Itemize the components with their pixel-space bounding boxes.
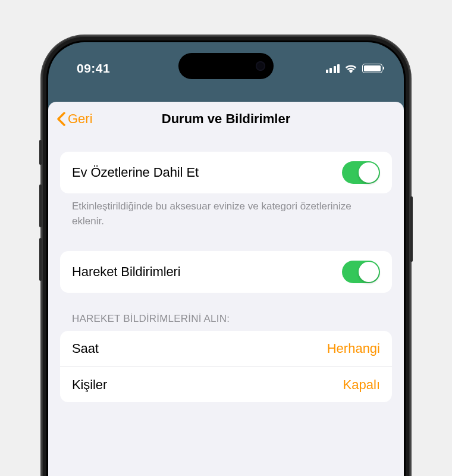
battery-icon <box>362 64 382 73</box>
cellular-signal-icon <box>326 64 340 73</box>
motion-label: Hareket Bildirimleri <box>72 264 181 280</box>
people-label: Kişiler <box>72 377 107 393</box>
navigation-bar: Geri Durum ve Bildirimler <box>48 102 404 136</box>
time-row[interactable]: Saat Herhangi <box>60 331 392 367</box>
time-label: Saat <box>72 341 99 356</box>
device-screen: 09:41 <box>48 42 404 476</box>
side-button <box>39 184 42 227</box>
include-card: Ev Özetlerine Dahil Et <box>60 152 392 193</box>
status-indicators <box>326 64 383 73</box>
people-row[interactable]: Kişiler Kapalı <box>60 367 392 402</box>
receive-header: HAREKET BİLDİRİMLERİNİ ALIN: <box>60 293 392 331</box>
include-footer: Etkinleştirildiğinde bu aksesuar evinize… <box>60 193 392 228</box>
side-button <box>410 196 413 262</box>
include-row[interactable]: Ev Özetlerine Dahil Et <box>60 152 392 193</box>
motion-card: Hareket Bildirimleri <box>60 251 392 293</box>
motion-row[interactable]: Hareket Bildirimleri <box>60 251 392 293</box>
dynamic-island <box>178 53 274 79</box>
people-value: Kapalı <box>343 377 380 393</box>
back-button[interactable]: Geri <box>56 111 93 127</box>
page-title: Durum ve Bildirimler <box>58 111 394 127</box>
include-toggle[interactable] <box>342 161 380 184</box>
receive-card: Saat Herhangi Kişiler Kapalı <box>60 331 392 402</box>
chevron-left-icon <box>56 112 65 126</box>
front-camera <box>256 61 265 71</box>
settings-sheet: Geri Durum ve Bildirimler Ev Özetlerine … <box>48 102 404 476</box>
include-label: Ev Özetlerine Dahil Et <box>72 165 199 180</box>
phone-frame: 09:41 <box>42 36 410 476</box>
side-button <box>39 238 42 281</box>
motion-toggle[interactable] <box>342 261 380 283</box>
time-value: Herhangi <box>327 341 380 356</box>
side-button <box>39 140 42 165</box>
wifi-icon <box>344 64 357 73</box>
status-time: 09:41 <box>77 61 110 76</box>
back-label: Geri <box>68 111 93 127</box>
